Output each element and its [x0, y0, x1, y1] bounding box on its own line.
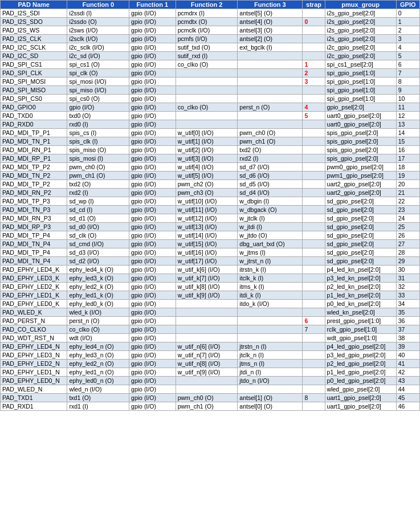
table-row: PAD_RXD1rxd1 (I)gpio (I/O)pwm_ch1 (O)ant…	[1, 402, 420, 411]
table-cell: PAD_I2S_SDO	[1, 18, 67, 26]
table-cell: ephy_led0_k (O)	[67, 300, 129, 308]
table-cell	[238, 86, 303, 95]
table-row: PAD_WLED_Nwled_n (I/O)gpio (I/O)wled_gpi…	[1, 385, 420, 394]
table-cell: gpio (I/O)	[129, 43, 176, 52]
header-row: PAD Name Function 0 Function 1 Function …	[1, 1, 420, 9]
table-cell: w_utif[4] (I/O)	[176, 163, 238, 172]
table-cell: sd_d7 (I/O)	[238, 163, 303, 172]
table-row: PAD_EPHY_LED4_Nephy_led4_n (O)gpio (I/O)…	[1, 342, 420, 351]
table-cell	[303, 146, 325, 154]
table-cell: 8	[396, 77, 419, 86]
table-cell: PAD_I2S_SDI	[1, 9, 67, 18]
table-cell: antsel[4] (O)	[238, 18, 303, 26]
table-cell: PAD_MDI_TN_P4	[1, 257, 67, 266]
table-row: PAD_MDI_TN_P3sd_cd (I)gpio (I/O)w_utif[1…	[1, 206, 420, 214]
table-cell: jtclk_n (I)	[238, 351, 303, 360]
table-cell: itms_k (I)	[238, 283, 303, 291]
table-cell: sd_d0 (I/O)	[67, 223, 129, 231]
table-cell: gpio (I/O)	[129, 291, 176, 300]
table-cell: sutif_txd (O)	[176, 43, 238, 52]
table-cell: gpio (I/O)	[129, 325, 176, 334]
table-cell: gpio (I/O)	[129, 377, 176, 385]
table-cell: gpio (I/O)	[129, 402, 176, 411]
table-row: PAD_SPI_MISOspi_miso (I/O)gpio (I/O)spi_…	[1, 86, 420, 95]
table-cell: 35	[396, 308, 419, 317]
table-cell: gpio (I/O)	[129, 317, 176, 325]
table-cell: txd1 (O)	[67, 394, 129, 402]
table-cell: sd_cd (I)	[67, 206, 129, 214]
table-cell: spis_gpio_psel[2:0]	[325, 146, 396, 154]
table-cell: PAD_EPHY_LED2_K	[1, 283, 67, 291]
table-cell: w_jtrst_n (I)	[238, 257, 303, 266]
table-cell: ephy_led2_k (O)	[67, 283, 129, 291]
table-cell: txd2 (O)	[238, 146, 303, 154]
table-cell: w_jtdo (O)	[238, 231, 303, 240]
table-cell: w_utif_n[8] (I/O)	[176, 360, 238, 368]
table-cell: PAD_EPHY_LED0_N	[1, 377, 67, 385]
table-cell: PAD_GPIO0	[1, 103, 67, 112]
table-cell: gpio (I/O)	[129, 52, 176, 60]
table-cell: p0_led_gpio_psel[2:0]	[325, 377, 396, 385]
table-cell	[303, 26, 325, 35]
table-cell	[238, 60, 303, 69]
table-row: PAD_CO_CLKOco_clko (O)gpio (I/O)7rclk_gp…	[1, 325, 420, 334]
table-cell: 41	[396, 360, 419, 368]
table-cell	[303, 180, 325, 189]
table-cell: PAD_MDI_TN_P3	[1, 206, 67, 214]
table-cell: PAD_EPHY_LED3_K	[1, 274, 67, 283]
table-cell: txd0 (O)	[67, 112, 129, 120]
table-cell	[303, 300, 325, 308]
table-cell	[303, 163, 325, 172]
table-cell: wled_gpio_psel[2:0]	[325, 385, 396, 394]
table-cell	[303, 240, 325, 248]
table-cell: gpio (I/O)	[129, 360, 176, 368]
table-cell: p4_led_gpio_psel[2:0]	[325, 342, 396, 351]
table-cell: gpio (I/O)	[129, 206, 176, 214]
table-cell	[303, 223, 325, 231]
table-cell: 44	[396, 385, 419, 394]
table-cell: 32	[396, 283, 419, 291]
table-cell: w_utif_n[7] (I/O)	[176, 351, 238, 360]
table-cell: 4	[396, 43, 419, 52]
col-func2: Function 2	[176, 1, 238, 9]
table-cell: w_utif[14] (I/O)	[176, 231, 238, 240]
table-cell	[303, 137, 325, 146]
table-cell: 1	[396, 18, 419, 26]
table-row: PAD_MDI_TP_P1spis_cs (I)gpio (I/O)w_utif…	[1, 129, 420, 137]
table-cell: spis_gpio_psel[2:0]	[325, 129, 396, 137]
table-cell: itclk_k (I)	[238, 274, 303, 283]
table-cell: sd_gpio_psel[2:0]	[325, 231, 396, 240]
table-cell: 15	[396, 137, 419, 146]
table-row: PAD_MDI_RP_P3sd_d0 (I/O)gpio (I/O)w_utif…	[1, 223, 420, 231]
table-cell: w_utif[16] (I/O)	[176, 248, 238, 257]
table-cell	[303, 360, 325, 368]
table-cell: 2	[396, 26, 419, 35]
table-cell: spi_gpio_psel[1:0]	[325, 86, 396, 95]
table-cell: p3_led_gpio_psel[2:0]	[325, 351, 396, 360]
table-row: PAD_WDT_RST_Nwdt (I/O)gpio (I/O)wdt_gpio…	[1, 334, 420, 342]
table-cell: txd2 (O)	[67, 180, 129, 189]
table-cell: PAD_TXD1	[1, 394, 67, 402]
table-cell: 22	[396, 197, 419, 206]
table-row: PAD_PERST_Nperst_n (O)gpio (I/O)6prest_g…	[1, 317, 420, 325]
table-cell: gpio (I/O)	[129, 69, 176, 77]
table-cell: jtdo_n (I/O)	[238, 377, 303, 385]
table-cell: uart1_gpio_psel[2:0]	[325, 394, 396, 402]
table-cell: 39	[396, 342, 419, 351]
table-cell: itrstn_k (I)	[238, 266, 303, 274]
table-cell: sd_d5 (I/O)	[238, 180, 303, 189]
table-cell: PAD_MDI_TP_P1	[1, 129, 67, 137]
table-cell: uart1_gpio_psel[2:0]	[325, 402, 396, 411]
table-cell	[176, 334, 238, 342]
table-row: PAD_SPI_CLKspi_clk (O)gpio (I/O)2spi_gpi…	[1, 69, 420, 77]
col-strap: strap	[303, 1, 325, 9]
table-cell: ephy_led3_k (O)	[67, 274, 129, 283]
table-cell: PAD_MDI_RN_P2	[1, 189, 67, 197]
table-cell: gpio (I/O)	[129, 154, 176, 163]
table-cell: gpio (I/O)	[129, 86, 176, 95]
table-cell	[238, 120, 303, 129]
pad-table: PAD Name Function 0 Function 1 Function …	[0, 0, 420, 411]
table-cell: dbg_uart_txd (O)	[238, 240, 303, 248]
table-cell: gpio (I/O)	[129, 351, 176, 360]
table-row: PAD_EPHY_LED1_Kephy_led1_k (O)gpio (I/O)…	[1, 291, 420, 300]
